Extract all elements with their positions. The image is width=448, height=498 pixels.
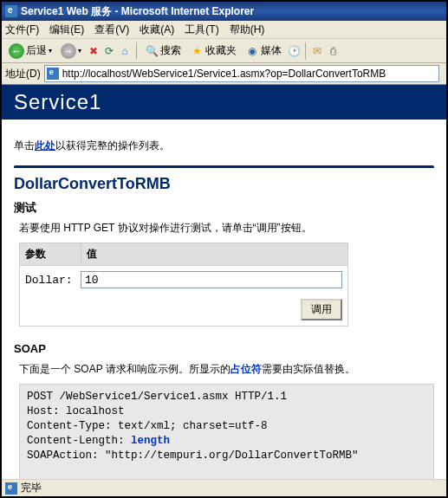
invoke-button[interactable]: 调用 bbox=[301, 299, 342, 320]
address-url: http://localhost/WebService1/Service1.as… bbox=[62, 68, 437, 80]
print-icon[interactable]: ⎙ bbox=[326, 44, 340, 58]
intro-line: 单击此处以获得完整的操作列表。 bbox=[14, 139, 434, 153]
status-text: 完毕 bbox=[21, 481, 42, 495]
service-banner: Service1 bbox=[2, 85, 446, 120]
star-icon: ★ bbox=[190, 44, 204, 58]
placeholder-word: 占位符 bbox=[230, 363, 262, 375]
search-label: 搜索 bbox=[160, 43, 181, 58]
media-button[interactable]: ◉ 媒体 bbox=[242, 42, 285, 61]
home-icon[interactable]: ⌂ bbox=[118, 44, 132, 58]
media-label: 媒体 bbox=[261, 43, 282, 58]
menu-help[interactable]: 帮助(H) bbox=[230, 23, 265, 37]
back-button[interactable]: ← 后退 ▾ bbox=[5, 42, 55, 61]
intro-pre: 单击 bbox=[14, 139, 35, 152]
param-label: Dollar: bbox=[25, 274, 81, 287]
code-line: POST /WebService1/Service1.asmx HTTP/1.1 bbox=[27, 391, 287, 403]
address-label: 地址(D) bbox=[5, 67, 41, 81]
operation-title: DollarConvertToRMB bbox=[14, 175, 434, 193]
code-line: <?xml version="1.0" encoding="utf-8"?> bbox=[27, 478, 274, 479]
code-line: Content-Length: bbox=[27, 435, 131, 447]
separator bbox=[305, 42, 306, 60]
back-label: 后退 bbox=[26, 43, 47, 58]
search-icon: 🔍 bbox=[145, 44, 159, 58]
address-bar: 地址(D) http://localhost/WebService1/Servi… bbox=[2, 63, 446, 85]
separator bbox=[136, 42, 137, 60]
menu-tools[interactable]: 工具(T) bbox=[185, 23, 218, 37]
window-title: Service1 Web 服务 - Microsoft Internet Exp… bbox=[21, 4, 254, 19]
soap-heading: SOAP bbox=[14, 342, 434, 355]
menu-edit[interactable]: 编辑(E) bbox=[49, 23, 84, 37]
code-placeholder: length bbox=[131, 435, 170, 447]
ie-app-icon bbox=[5, 5, 17, 17]
status-bar: 完毕 bbox=[2, 479, 446, 496]
refresh-icon[interactable]: ⟳ bbox=[102, 44, 116, 58]
page-icon bbox=[47, 68, 59, 80]
test-description: 若要使用 HTTP GET 协议对操作进行测试，请单击“调用”按钮。 bbox=[19, 221, 434, 236]
test-heading: 测试 bbox=[14, 200, 434, 216]
status-page-icon bbox=[5, 482, 17, 495]
soap-desc-pre: 下面是一个 SOAP 请求和响应示例。所显示的 bbox=[19, 363, 230, 375]
full-list-link[interactable]: 此处 bbox=[35, 139, 55, 152]
forward-dropdown-icon[interactable]: ▾ bbox=[78, 47, 81, 55]
menu-file[interactable]: 文件(F) bbox=[5, 23, 39, 37]
menu-favorites[interactable]: 收藏(A) bbox=[140, 23, 174, 37]
menubar: 文件(F) 编辑(E) 查看(V) 收藏(A) 工具(T) 帮助(H) bbox=[2, 21, 446, 39]
mail-icon[interactable]: ✉ bbox=[310, 44, 324, 58]
media-icon: ◉ bbox=[245, 44, 259, 58]
code-line: Content-Type: text/xml; charset=utf-8 bbox=[27, 420, 268, 432]
soap-description: 下面是一个 SOAP 请求和响应示例。所显示的占位符需要由实际值替换。 bbox=[19, 362, 434, 377]
code-line: Host: localhost bbox=[27, 405, 125, 417]
soap-desc-post: 需要由实际值替换。 bbox=[262, 363, 355, 375]
toolbar: ← 后退 ▾ → ▾ ✖ ⟳ ⌂ 🔍 搜索 ★ 收藏夹 ◉ 媒体 🕑 ✉ ⎙ bbox=[2, 39, 446, 63]
dollar-input[interactable] bbox=[81, 271, 342, 288]
value-col-header: 值 bbox=[81, 243, 347, 265]
code-line: SOAPAction: "http://tempuri.org/DollarCo… bbox=[27, 449, 359, 462]
param-col-header: 参数 bbox=[20, 243, 81, 265]
forward-button[interactable]: → ▾ bbox=[57, 42, 85, 61]
intro-post: 以获得完整的操作列表。 bbox=[55, 139, 170, 152]
test-form: 参数 值 Dollar: 调用 bbox=[19, 243, 348, 327]
back-icon: ← bbox=[9, 43, 24, 59]
divider bbox=[14, 165, 434, 168]
search-button[interactable]: 🔍 搜索 bbox=[141, 42, 185, 61]
window-titlebar: Service1 Web 服务 - Microsoft Internet Exp… bbox=[2, 2, 446, 21]
forward-icon: → bbox=[61, 43, 76, 59]
history-icon[interactable]: 🕑 bbox=[287, 44, 301, 58]
address-input[interactable]: http://localhost/WebService1/Service1.as… bbox=[44, 65, 439, 82]
favorites-label: 收藏夹 bbox=[205, 43, 237, 58]
stop-icon[interactable]: ✖ bbox=[87, 44, 101, 58]
soap-code-block: POST /WebService1/Service1.asmx HTTP/1.1… bbox=[19, 384, 434, 479]
menu-view[interactable]: 查看(V) bbox=[94, 23, 129, 37]
back-dropdown-icon[interactable]: ▾ bbox=[49, 47, 52, 55]
favorites-button[interactable]: ★ 收藏夹 bbox=[186, 42, 240, 61]
page-content: Service1 单击此处以获得完整的操作列表。 DollarConvertTo… bbox=[2, 85, 446, 479]
